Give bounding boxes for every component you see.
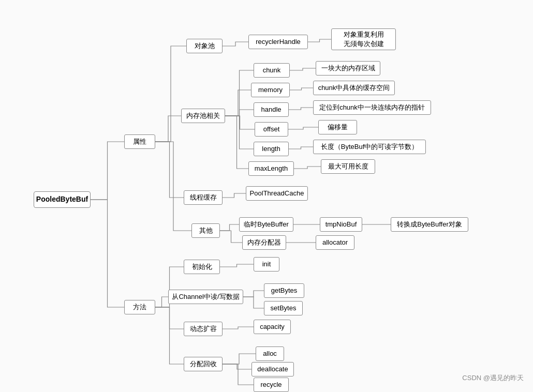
node-desc_recycler: 对象重复利用 无须每次创建 xyxy=(331,28,396,50)
node-handle: handle xyxy=(254,102,289,117)
node-desc_handle: 定位到chunk中一块连续内存的指针 xyxy=(313,100,431,115)
node-memory: memory xyxy=(251,83,290,97)
node-alloc: alloc xyxy=(256,346,284,361)
node-chunk: chunk xyxy=(254,63,290,78)
node-capacity: capacity xyxy=(254,320,291,334)
node-desc_allocator: allocator xyxy=(316,235,354,250)
node-desc_chunk: 一块大的内存区域 xyxy=(316,61,380,76)
node-channel_g: 从Channel中读/写数据 xyxy=(168,290,243,304)
node-alloc_g: 分配回收 xyxy=(184,357,223,371)
node-method: 方法 xyxy=(124,300,155,314)
node-PoolThreadCache: PoolThreadCache xyxy=(246,186,308,201)
node-other: 其他 xyxy=(191,223,220,238)
node-deallocate: deallocate xyxy=(251,362,294,376)
node-init_g: 初始化 xyxy=(184,260,220,274)
node-desc_offset: 偏移量 xyxy=(318,120,357,134)
node-getBytes: getBytes xyxy=(264,283,304,298)
node-desc_tmpNioBuf: 转换成ByteBuffer对象 xyxy=(391,217,468,232)
node-threadcache: 线程缓存 xyxy=(184,190,223,205)
node-allocator: 内存分配器 xyxy=(242,235,286,250)
node-mempool: 内存池相关 xyxy=(181,109,225,123)
node-desc_length: 长度（ByteBuf中的可读字节数） xyxy=(313,140,426,154)
node-expand_g: 动态扩容 xyxy=(184,322,223,336)
node-desc_maxLength: 最大可用长度 xyxy=(321,159,375,174)
node-tmpByteBuffer: 临时ByteBuffer xyxy=(239,217,293,232)
node-root: PooledByteBuf xyxy=(34,191,91,208)
node-offset: offset xyxy=(255,122,288,137)
node-objectpool: 对象池 xyxy=(186,39,223,53)
node-recyclerHandle: recyclerHandle xyxy=(248,35,308,49)
node-desc_memory: chunk中具体的缓存空间 xyxy=(313,81,395,95)
node-maxLength: maxLength xyxy=(248,161,294,176)
node-length: length xyxy=(254,142,289,156)
node-setBytes: setBytes xyxy=(264,301,303,315)
node-init: init xyxy=(254,257,279,272)
node-attr: 属性 xyxy=(124,134,155,149)
node-recycle: recycle xyxy=(254,378,289,392)
mind-map-canvas: PooledByteBuf属性方法对象池内存池相关线程缓存其他初始化从Chann… xyxy=(0,0,533,392)
watermark: CSDN @遇见的昨天 xyxy=(462,373,524,383)
node-tmpNioBuf: tmpNioBuf xyxy=(320,217,362,232)
